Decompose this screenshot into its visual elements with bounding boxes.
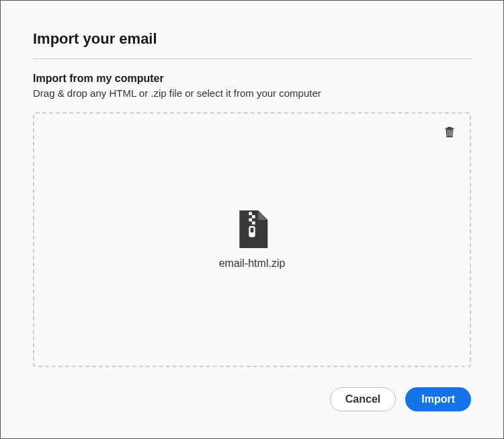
- svg-rect-0: [249, 212, 252, 215]
- page-title: Import your email: [33, 30, 471, 48]
- file-preview: email-html.zip: [219, 210, 286, 270]
- modal-footer: Cancel Import: [33, 387, 471, 411]
- svg-rect-2: [249, 218, 252, 221]
- file-name: email-html.zip: [219, 257, 286, 270]
- delete-file-button[interactable]: [442, 124, 458, 141]
- svg-rect-5: [251, 227, 254, 232]
- section-title: Import from my computer: [33, 73, 471, 85]
- svg-rect-3: [252, 221, 255, 225]
- trash-icon: [442, 124, 457, 139]
- zip-file-icon: [233, 210, 271, 248]
- cancel-button[interactable]: Cancel: [330, 387, 396, 411]
- divider: [33, 58, 471, 59]
- import-button[interactable]: Import: [405, 387, 471, 411]
- section-description: Drag & drop any HTML or .zip file or sel…: [33, 87, 471, 99]
- import-email-modal: Import your email Import from my compute…: [0, 0, 504, 439]
- file-dropzone[interactable]: email-html.zip: [33, 112, 471, 367]
- svg-rect-1: [252, 215, 255, 218]
